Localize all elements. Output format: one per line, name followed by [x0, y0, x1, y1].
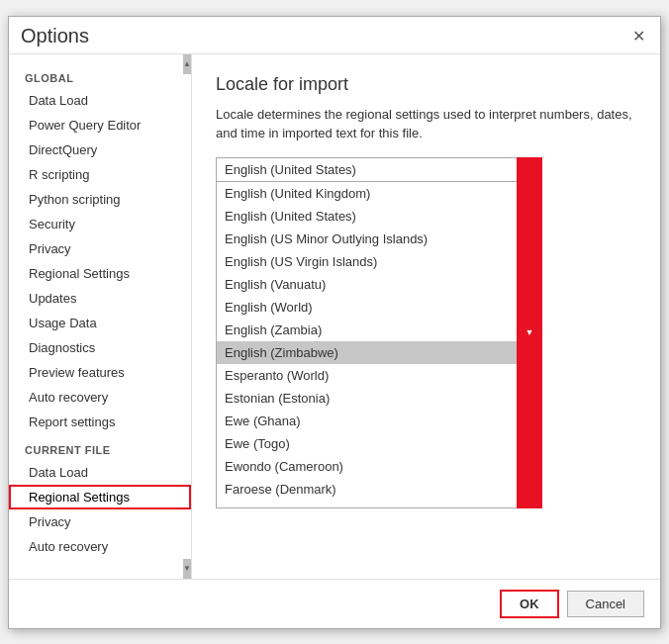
- sidebar-item-privacy[interactable]: Privacy: [9, 236, 191, 261]
- sidebar-item-usage-data[interactable]: Usage Data: [9, 311, 191, 335]
- dropdown-list-item[interactable]: English (US Minor Outlying Islands): [217, 228, 541, 250]
- sidebar-item-data-load[interactable]: Data Load: [9, 88, 191, 113]
- titlebar: Options ✕: [9, 17, 660, 54]
- section-description: Locale determines the regional settings …: [216, 105, 636, 143]
- current-section-label: CURRENT FILE: [9, 434, 191, 460]
- sidebar-item-cf-regional-settings[interactable]: Regional Settings: [9, 485, 191, 509]
- sidebar-item-python-scripting[interactable]: Python scripting: [9, 187, 191, 212]
- sidebar-item-diagnostics[interactable]: Diagnostics: [9, 335, 191, 360]
- dropdown-list-item[interactable]: English (United States): [217, 205, 541, 228]
- dropdown-list-item[interactable]: Estonian (Estonia): [217, 387, 541, 410]
- dropdown-list-item[interactable]: English (Vanuatu): [217, 273, 541, 296]
- sidebar-item-direct-query[interactable]: DirectQuery: [9, 138, 191, 162]
- section-title: Locale for import: [216, 74, 636, 95]
- dropdown-list-item[interactable]: English (US Virgin Islands): [217, 250, 541, 273]
- main-content: Locale for import Locale determines the …: [192, 54, 660, 579]
- dropdown-list-item[interactable]: Esperanto (World): [217, 364, 541, 387]
- sidebar-item-cf-privacy[interactable]: Privacy: [9, 509, 191, 534]
- dropdown-list-item[interactable]: English (World): [217, 296, 541, 319]
- dropdown-list-item[interactable]: English (United Kingdom): [217, 182, 541, 205]
- global-items: Data LoadPower Query EditorDirectQueryR …: [9, 88, 191, 434]
- dropdown-list-item[interactable]: Faroese (Denmark): [217, 478, 541, 501]
- locale-dropdown-list[interactable]: English (United Kingdom)English (United …: [216, 182, 542, 508]
- options-dialog: Options ✕ GLOBAL Data LoadPower Query Ed…: [8, 16, 661, 629]
- sidebar-item-cf-auto-recovery[interactable]: Auto recovery: [9, 534, 191, 559]
- sidebar-item-cf-data-load[interactable]: Data Load: [9, 460, 191, 485]
- sidebar-item-preview-features[interactable]: Preview features: [9, 360, 191, 385]
- sidebar-item-security[interactable]: Security: [9, 212, 191, 236]
- locale-selected-value: English (United States): [225, 162, 356, 177]
- locale-dropdown-arrow[interactable]: [517, 157, 542, 508]
- dialog-footer: OK Cancel: [9, 579, 660, 628]
- sidebar-item-r-scripting[interactable]: R scripting: [9, 162, 191, 187]
- sidebar-item-power-query-editor[interactable]: Power Query Editor: [9, 113, 191, 138]
- scroll-arrow-down[interactable]: ▼: [183, 559, 191, 579]
- ok-button[interactable]: OK: [500, 590, 559, 618]
- cancel-button[interactable]: Cancel: [567, 591, 644, 617]
- sidebar-item-regional-settings[interactable]: Regional Settings: [9, 261, 191, 286]
- scroll-arrow-up[interactable]: ▲: [183, 54, 191, 74]
- current-items: Data LoadRegional SettingsPrivacyAuto re…: [9, 460, 191, 559]
- sidebar-item-auto-recovery[interactable]: Auto recovery: [9, 385, 191, 410]
- locale-dropdown-container: English (United States) English (United …: [216, 157, 542, 508]
- dropdown-list-item[interactable]: Ewe (Ghana): [217, 410, 541, 432]
- sidebar-item-updates[interactable]: Updates: [9, 286, 191, 311]
- close-button[interactable]: ✕: [628, 26, 648, 46]
- dropdown-list-item[interactable]: Ewondo (Cameroon): [217, 455, 541, 478]
- dropdown-list-item[interactable]: Ewe (Togo): [217, 432, 541, 455]
- dialog-title: Options: [21, 25, 89, 47]
- dialog-body: GLOBAL Data LoadPower Query EditorDirect…: [9, 54, 660, 579]
- dropdown-list-item[interactable]: Faroese (Faroe Islands): [217, 501, 541, 508]
- global-section-label: GLOBAL: [9, 62, 191, 88]
- sidebar-item-report-settings[interactable]: Report settings: [9, 410, 191, 434]
- sidebar: GLOBAL Data LoadPower Query EditorDirect…: [9, 54, 192, 579]
- dropdown-list-item[interactable]: English (Zimbabwe): [217, 341, 541, 364]
- dropdown-list-item[interactable]: English (Zambia): [217, 319, 541, 341]
- locale-dropdown-selected[interactable]: English (United States): [216, 157, 542, 182]
